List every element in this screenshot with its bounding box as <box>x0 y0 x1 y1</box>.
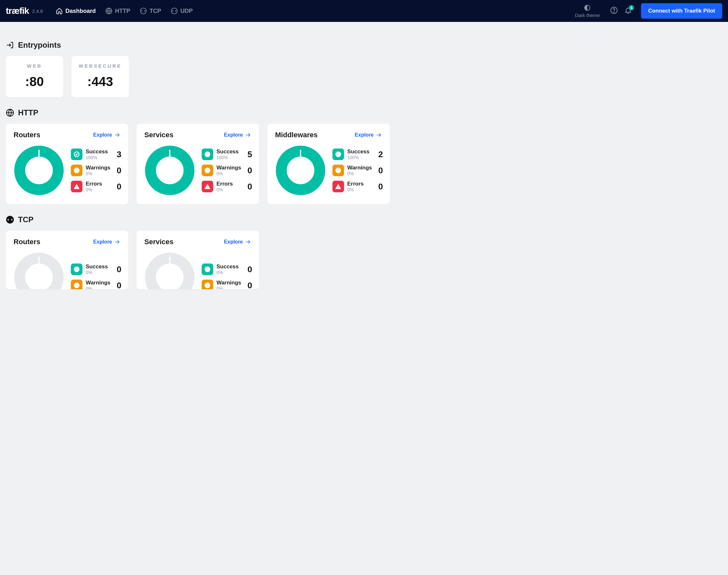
login-icon <box>6 41 14 49</box>
notifications-button[interactable]: 1 <box>624 6 632 15</box>
arrow-right-icon <box>376 132 382 138</box>
arrow-right-icon <box>245 132 251 138</box>
legend-label: Success <box>86 264 110 270</box>
alert-circle-icon <box>202 165 213 176</box>
theme-toggle[interactable]: Dark theme <box>575 4 600 18</box>
legend-success-row: Success 100% 3 <box>71 148 122 160</box>
legend-pct: 0% <box>347 187 372 192</box>
legend-label: Errors <box>347 181 372 187</box>
legend-warn-row: Warnings 0% 0 <box>202 280 252 289</box>
connect-pilot-button[interactable]: Connect with Traefik Pilot <box>641 3 722 19</box>
legend-success-row: Success 100% 2 <box>333 148 383 160</box>
section-tcp-title: TCP <box>18 215 34 224</box>
entrypoint-card-web[interactable]: WEB :80 <box>6 56 63 97</box>
svg-rect-19 <box>207 186 208 188</box>
legend-warn-row: Warnings 0% 0 <box>333 165 383 176</box>
legend-warn-row: Warnings 0% 0 <box>71 280 122 289</box>
globe-icon <box>105 7 112 14</box>
explore-link[interactable]: Explore <box>224 239 251 245</box>
legend-count: 0 <box>244 265 252 274</box>
tcp-cards-row: Routers Explore Success 0% <box>6 231 722 289</box>
legend-count: 0 <box>114 280 122 290</box>
legend-pct: 100% <box>216 155 241 160</box>
help-icon <box>610 6 618 14</box>
legend-success-row: Success 100% 5 <box>202 148 252 160</box>
explore-label: Explore <box>93 239 112 245</box>
explore-label: Explore <box>355 132 374 138</box>
legend-pct: 0% <box>86 187 110 192</box>
legend-label: Errors <box>86 181 110 187</box>
tcp-routers-card: Routers Explore Success 0% <box>6 231 128 289</box>
legend-pct: 100% <box>86 155 110 160</box>
legend-warn-row: Warnings 0% 0 <box>71 165 122 176</box>
section-http-header: HTTP <box>6 108 722 117</box>
explore-link[interactable]: Explore <box>93 239 120 245</box>
check-circle-icon <box>333 148 344 160</box>
donut-chart <box>275 145 326 196</box>
card-title: Middlewares <box>275 131 318 139</box>
version-label: 2.4.8 <box>32 8 43 14</box>
main-nav: Dashboard HTTP TCP UDP <box>56 7 193 14</box>
entrypoint-name: WEBSECURE <box>75 63 126 69</box>
nav-dashboard[interactable]: Dashboard <box>56 7 96 14</box>
arrow-right-icon <box>245 239 251 245</box>
svg-rect-12 <box>76 186 77 188</box>
swap-icon <box>171 7 178 14</box>
legend: Success 0% 0 Warnings 0% 0 <box>202 264 252 289</box>
check-circle-icon <box>71 264 82 275</box>
explore-link[interactable]: Explore <box>224 132 251 138</box>
legend-count: 0 <box>114 166 122 175</box>
alert-triangle-icon <box>333 181 344 192</box>
entrypoint-port: :80 <box>9 74 60 89</box>
entrypoint-card-websecure[interactable]: WEBSECURE :443 <box>71 56 129 97</box>
main-content: Entrypoints WEB :80 WEBSECURE :443 HTTP … <box>0 22 728 298</box>
alert-triangle-icon <box>71 181 82 192</box>
nav-tcp[interactable]: TCP <box>140 7 161 14</box>
legend-success-row: Success 0% 0 <box>71 264 122 275</box>
legend-label: Success <box>216 264 241 270</box>
tcp-services-card: Services Explore Success 0% <box>137 231 259 289</box>
section-entrypoints-header: Entrypoints <box>6 41 722 49</box>
legend-pct: 0% <box>86 286 110 289</box>
explore-link[interactable]: Explore <box>93 132 120 138</box>
legend: Success 0% 0 Warnings 0% 0 <box>71 264 122 289</box>
legend-error-row: Errors 0% 0 <box>71 181 122 192</box>
home-icon <box>56 7 63 14</box>
legend-label: Warnings <box>86 165 110 171</box>
donut-chart <box>144 252 195 289</box>
svg-point-5 <box>614 11 614 12</box>
explore-link[interactable]: Explore <box>355 132 382 138</box>
donut-chart <box>13 252 64 289</box>
legend-count: 0 <box>244 280 252 290</box>
legend-count: 0 <box>244 182 252 192</box>
help-button[interactable] <box>610 6 618 15</box>
explore-label: Explore <box>224 239 243 245</box>
entrypoint-port: :443 <box>75 74 126 89</box>
legend-pct: 0% <box>216 270 241 275</box>
nav-udp[interactable]: UDP <box>171 7 193 14</box>
card-title: Routers <box>13 238 40 246</box>
legend-count: 0 <box>244 166 252 175</box>
section-http-title: HTTP <box>18 108 38 117</box>
nav-http[interactable]: HTTP <box>105 7 130 14</box>
legend-label: Errors <box>216 181 241 187</box>
legend-warn-row: Warnings 0% 0 <box>202 165 252 176</box>
legend-count: 5 <box>244 149 252 160</box>
legend-pct: 0% <box>216 171 241 176</box>
donut-chart <box>13 145 64 196</box>
legend-label: Success <box>216 148 241 155</box>
legend-label: Warnings <box>347 165 372 171</box>
explore-label: Explore <box>224 132 243 138</box>
legend: Success 100% 5 Warnings 0% 0 <box>202 148 252 192</box>
check-circle-icon <box>202 264 213 275</box>
legend-count: 0 <box>114 182 122 192</box>
legend-label: Success <box>86 148 110 155</box>
svg-point-11 <box>76 171 77 172</box>
svg-point-25 <box>338 171 339 172</box>
alert-triangle-icon <box>202 181 213 192</box>
legend-error-row: Errors 0% 0 <box>333 181 383 192</box>
theme-toggle-label: Dark theme <box>575 12 600 18</box>
section-tcp-header: TCP <box>6 215 722 224</box>
section-entrypoints-title: Entrypoints <box>18 41 61 49</box>
swap-icon <box>140 7 147 14</box>
